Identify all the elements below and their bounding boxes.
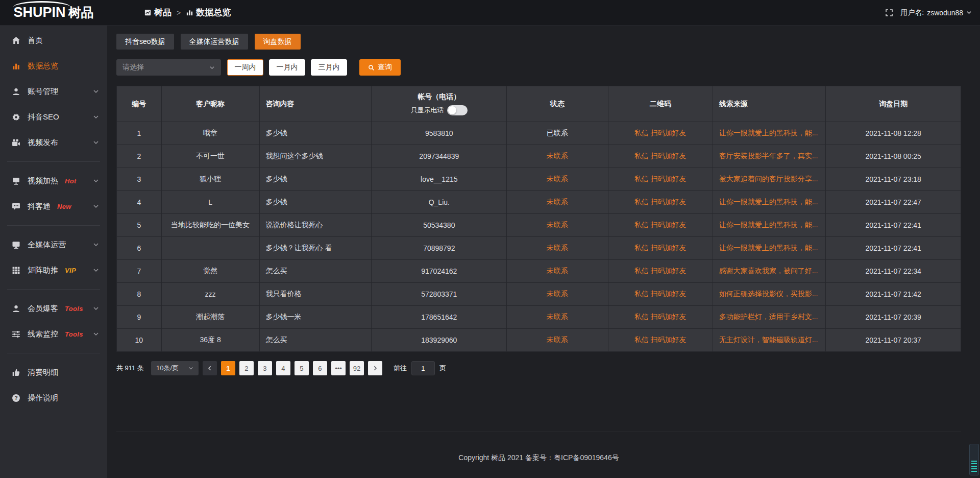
qr-add-friend-link[interactable]: 私信 扫码加好友 — [634, 129, 687, 137]
breadcrumb-current[interactable]: 数据总览 — [186, 7, 231, 18]
page-button-2[interactable]: 2 — [239, 361, 254, 375]
cell-date: 2021-11-07 21:42 — [826, 283, 961, 306]
column-header: 状态 — [507, 86, 608, 122]
qr-add-friend-link[interactable]: 私信 扫码加好友 — [634, 336, 687, 344]
column-header: 编号 — [117, 86, 162, 122]
sidebar-item-lead-monitor[interactable]: 线索监控Tools — [0, 321, 107, 347]
sliders-icon — [12, 330, 20, 339]
page-ellipsis-button[interactable]: ••• — [331, 361, 346, 375]
app-icon — [144, 9, 152, 16]
screen-icon — [12, 177, 20, 185]
page-button-92[interactable]: 92 — [350, 361, 364, 375]
cell-source: 让你一眼就爱上的黑科技，能... — [713, 214, 826, 237]
page-size-select[interactable]: 10条/页 — [151, 361, 199, 375]
prev-page-button[interactable] — [203, 361, 217, 375]
goto-suffix: 页 — [439, 364, 446, 373]
chevron-down-icon — [93, 139, 99, 146]
qr-add-friend-link[interactable]: 私信 扫码加好友 — [634, 313, 687, 321]
table-row: 1036度 8怎么买183929060未联系私信 扫码加好友无主灯设计，智能磁吸… — [117, 329, 961, 352]
user-menu[interactable]: 用户名: zswodun88 — [900, 8, 972, 17]
svg-text:?: ? — [14, 395, 17, 401]
page-button-5[interactable]: 5 — [295, 361, 309, 375]
lead-source-link[interactable]: 被大家追着问的客厅投影分享... — [719, 175, 818, 183]
qr-add-friend-link[interactable]: 私信 扫码加好友 — [634, 267, 687, 275]
footer: Copyright 树品 2021 备案号：粤ICP备09019646号 — [116, 432, 961, 478]
sidebar-item-operation-guide[interactable]: ?操作说明 — [0, 385, 107, 411]
qr-add-friend-link[interactable]: 私信 扫码加好友 — [634, 244, 687, 252]
query-button[interactable]: 查询 — [359, 59, 401, 76]
sidebar-item-video-publish[interactable]: 视频发布 — [0, 130, 107, 155]
page-button-4[interactable]: 4 — [276, 361, 290, 375]
phone-only-label: 只显示电话 — [411, 106, 444, 115]
chevron-down-icon — [188, 366, 193, 371]
lead-source-link[interactable]: 让你一眼就爱上的黑科技，能... — [719, 221, 818, 229]
cell-status: 未联系 — [507, 237, 608, 260]
sidebar-item-matrix-boost[interactable]: 矩阵助推VIP — [0, 257, 107, 283]
page-button-6[interactable]: 6 — [313, 361, 327, 375]
page-button-3[interactable]: 3 — [258, 361, 272, 375]
qr-add-friend-link[interactable]: 私信 扫码加好友 — [634, 290, 687, 298]
lead-source-link[interactable]: 让你一眼就爱上的黑科技，能... — [719, 244, 818, 252]
floating-widget[interactable] — [969, 444, 979, 475]
bar-chart-icon — [12, 62, 20, 70]
phone-only-toggle[interactable] — [447, 105, 468, 115]
sidebar-item-member-baoke[interactable]: 会员爆客Tools — [0, 296, 107, 321]
cell-qr: 私信 扫码加好友 — [608, 168, 713, 191]
lead-source-link[interactable]: 让你一眼就爱上的黑科技，能... — [719, 198, 818, 206]
gear-icon — [12, 113, 20, 122]
main-content: 抖音seo数据全媒体运营数据询盘数据 请选择 一周内一月内三月内 查询 编号客户… — [107, 26, 980, 478]
next-page-button[interactable] — [368, 361, 382, 375]
cell-nickname: 哦章 — [161, 122, 259, 145]
cell-status: 未联系 — [507, 306, 608, 329]
range-button-one-week[interactable]: 一周内 — [227, 59, 263, 76]
lead-source-link[interactable]: 感谢大家喜欢我家，被问了好... — [719, 267, 818, 275]
tab-media-operation-data[interactable]: 全媒体运营数据 — [181, 34, 248, 50]
cell-source: 让你一眼就爱上的黑科技，能... — [713, 122, 826, 145]
qr-add-friend-link[interactable]: 私信 扫码加好友 — [634, 221, 687, 229]
lead-source-link[interactable]: 多功能护栏灯，适用于乡村文... — [719, 313, 818, 321]
page-button-1[interactable]: 1 — [221, 361, 235, 375]
lead-source-link[interactable]: 如何正确选择投影仪，买投影... — [719, 290, 818, 298]
app-logo[interactable]: SHUPIN 树品 — [0, 0, 107, 26]
logo-text-cn: 树品 — [68, 4, 94, 21]
lead-source-link[interactable]: 客厅安装投影半年多了，真实... — [719, 152, 818, 160]
monitor-icon — [12, 241, 20, 249]
range-button-one-month[interactable]: 一月内 — [269, 59, 305, 76]
qr-add-friend-link[interactable]: 私信 扫码加好友 — [634, 198, 687, 206]
sidebar-item-account-management[interactable]: 账号管理 — [0, 79, 107, 104]
fullscreen-icon[interactable] — [885, 9, 893, 17]
cell-status: 未联系 — [507, 145, 608, 168]
sidebar-item-douyin-seo[interactable]: 抖音SEO — [0, 104, 107, 130]
lead-source-link[interactable]: 无主灯设计，智能磁吸轨道灯... — [719, 336, 818, 344]
sidebar-item-media-operation[interactable]: 全媒体运营 — [0, 232, 107, 257]
sidebar-item-data-overview[interactable]: 数据总览 — [0, 53, 107, 79]
sidebar-item-video-heat[interactable]: 视频加热Hot — [0, 168, 107, 194]
goto-page-input[interactable] — [411, 361, 435, 375]
cell-nickname: 36度 8 — [161, 329, 259, 352]
range-button-three-months[interactable]: 三月内 — [311, 59, 347, 76]
qr-add-friend-link[interactable]: 私信 扫码加好友 — [634, 152, 687, 160]
breadcrumb-current-label: 数据总览 — [196, 7, 231, 18]
filter-select-placeholder: 请选择 — [122, 63, 144, 72]
cell-source: 客厅安装投影半年多了，真实... — [713, 145, 826, 168]
tab-inquiry-data[interactable]: 询盘数据 — [255, 34, 301, 50]
breadcrumb-root[interactable]: 树品 — [144, 7, 172, 18]
lead-source-link[interactable]: 让你一眼就爱上的黑科技，能... — [719, 129, 818, 137]
sidebar-item-label: 会员爆客 — [28, 304, 58, 314]
cell-content: 我想问这个多少钱 — [259, 145, 372, 168]
sidebar-item-badge: New — [57, 203, 71, 210]
cell-qr: 私信 扫码加好友 — [608, 283, 713, 306]
breadcrumb: 树品 > 数据总览 — [144, 7, 231, 18]
filter-select[interactable]: 请选择 — [116, 59, 221, 76]
tab-douyin-seo-data[interactable]: 抖音seo数据 — [116, 34, 174, 50]
sidebar-item-consumption-detail[interactable]: 消费明细 — [0, 360, 107, 385]
sidebar-item-douketong[interactable]: 抖客通New — [0, 194, 107, 219]
cell-no: 6 — [117, 237, 162, 260]
sidebar-item-home[interactable]: 首页 — [0, 28, 107, 53]
cell-content: 怎么买 — [259, 260, 372, 283]
arrow-right-icon — [373, 366, 378, 371]
qr-add-friend-link[interactable]: 私信 扫码加好友 — [634, 175, 687, 183]
cell-content: 说说价格让我死心 — [259, 214, 372, 237]
cell-source: 被大家追着问的客厅投影分享... — [713, 168, 826, 191]
chevron-down-icon — [93, 114, 99, 120]
